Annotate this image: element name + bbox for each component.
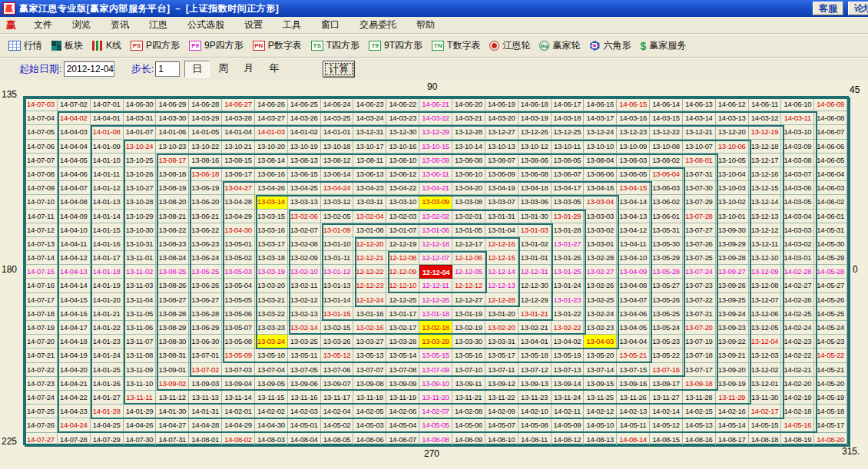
date-cell[interactable]: 14-06-17 <box>552 97 585 111</box>
date-cell[interactable]: 14-05-19 <box>814 391 847 405</box>
date-cell[interactable]: 13-08-21 <box>156 210 189 223</box>
date-cell[interactable]: 12-12-15 <box>485 251 518 265</box>
date-cell[interactable]: 13-08-12 <box>321 154 354 167</box>
date-cell[interactable]: 13-11-09 <box>124 363 157 377</box>
date-cell[interactable]: 13-10-13 <box>485 140 518 154</box>
date-cell[interactable]: 14-07-02 <box>58 97 91 111</box>
date-cell[interactable]: 13-12-13 <box>749 210 782 223</box>
date-cell[interactable]: 14-04-04 <box>58 140 91 154</box>
date-cell[interactable]: 14-04-30 <box>255 418 288 432</box>
date-cell[interactable]: 13-01-21 <box>518 307 552 321</box>
date-cell[interactable]: 13-07-02 <box>189 363 222 377</box>
date-cell[interactable]: 13-12-30 <box>386 125 419 139</box>
date-cell[interactable]: 13-04-02 <box>552 335 585 348</box>
date-cell[interactable]: 14-06-12 <box>716 97 749 111</box>
date-cell[interactable]: 13-02-12 <box>288 293 321 307</box>
date-cell[interactable]: 13-02-03 <box>386 210 419 223</box>
date-cell[interactable]: 13-09-15 <box>584 377 617 391</box>
date-cell[interactable]: 13-03-14 <box>255 195 288 209</box>
date-cell[interactable]: 13-10-26 <box>124 167 157 181</box>
date-cell[interactable]: 14-01-25 <box>91 363 124 377</box>
date-cell[interactable]: 13-03-26 <box>321 335 354 348</box>
date-cell[interactable]: 13-04-04 <box>617 335 650 348</box>
date-cell[interactable]: 14-07-20 <box>25 335 58 348</box>
date-cell[interactable]: 13-04-18 <box>518 181 552 195</box>
date-cell[interactable]: 13-10-06 <box>716 140 749 154</box>
date-cell[interactable]: 13-10-22 <box>189 140 222 154</box>
date-cell[interactable]: 13-01-08 <box>353 223 386 237</box>
date-cell[interactable]: 14-05-21 <box>814 363 847 377</box>
date-cell[interactable]: 13-08-24 <box>156 251 189 265</box>
date-cell[interactable]: 13-09-23 <box>716 321 749 335</box>
date-cell[interactable]: 13-08-10 <box>386 154 419 167</box>
date-cell[interactable]: 14-05-02 <box>321 418 354 432</box>
date-cell[interactable]: 13-12-16 <box>749 167 782 181</box>
date-cell[interactable]: 14-05-16 <box>781 418 814 432</box>
date-cell[interactable]: 13-04-26 <box>255 181 288 195</box>
date-cell[interactable]: 13-10-25 <box>124 154 157 167</box>
date-cell[interactable]: 13-11-25 <box>584 391 617 405</box>
date-cell[interactable]: 14-07-07 <box>25 154 58 167</box>
date-cell[interactable]: 13-07-11 <box>485 363 518 377</box>
date-cell[interactable]: 14-04-07 <box>58 181 91 195</box>
date-cell[interactable]: 13-04-27 <box>222 181 255 195</box>
date-cell[interactable]: 12-12-16 <box>485 237 518 251</box>
toolbar-行情[interactable]: 行情 <box>5 38 48 54</box>
date-cell[interactable]: 14-05-24 <box>814 321 847 335</box>
date-cell[interactable]: 13-03-27 <box>353 335 386 348</box>
date-cell[interactable]: 14-07-25 <box>25 405 58 418</box>
date-cell[interactable]: 14-05-29 <box>814 251 847 265</box>
date-cell[interactable]: 13-07-08 <box>386 363 419 377</box>
date-cell[interactable]: 13-07-07 <box>353 363 386 377</box>
date-cell[interactable]: 14-05-07 <box>485 418 518 432</box>
date-cell[interactable]: 13-08-07 <box>485 154 518 167</box>
date-cell[interactable]: 14-03-06 <box>781 181 814 195</box>
date-cell[interactable]: 13-05-04 <box>222 279 255 292</box>
date-cell[interactable]: 13-11-23 <box>518 391 552 405</box>
date-cell[interactable]: 13-12-14 <box>749 195 782 209</box>
date-cell[interactable]: 14-06-21 <box>419 97 452 111</box>
date-cell[interactable]: 13-08-17 <box>156 154 189 167</box>
date-cell[interactable]: 13-06-20 <box>189 195 222 209</box>
date-cell[interactable]: 14-06-27 <box>222 97 255 111</box>
date-cell[interactable]: 13-10-30 <box>124 223 157 237</box>
date-cell[interactable]: 14-02-28 <box>781 265 814 279</box>
date-cell[interactable]: 14-06-13 <box>683 97 716 111</box>
date-cell[interactable]: 14-02-23 <box>781 335 814 348</box>
date-cell[interactable]: 13-01-20 <box>485 307 518 321</box>
date-cell[interactable]: 14-04-02 <box>58 111 91 125</box>
date-cell[interactable]: 13-08-26 <box>156 279 189 292</box>
date-cell[interactable]: 14-04-27 <box>156 418 189 432</box>
unit-周[interactable]: 周 <box>211 61 235 78</box>
date-cell[interactable]: 13-09-04 <box>222 377 255 391</box>
date-cell[interactable]: 14-03-10 <box>781 125 814 139</box>
date-cell[interactable]: 13-02-18 <box>419 321 452 335</box>
date-cell[interactable]: 14-08-12 <box>552 433 585 447</box>
date-cell[interactable]: 14-02-01 <box>222 405 255 418</box>
date-cell[interactable]: 13-01-23 <box>552 293 585 307</box>
date-cell[interactable]: 13-03-28 <box>386 335 419 348</box>
date-cell[interactable]: 13-11-05 <box>124 307 157 321</box>
date-cell[interactable]: 12-12-06 <box>452 251 485 265</box>
date-cell[interactable]: 14-01-16 <box>91 237 124 251</box>
date-cell[interactable]: 13-11-01 <box>124 251 157 265</box>
date-cell[interactable]: 14-03-16 <box>617 111 650 125</box>
menu-item-交易委托[interactable]: 交易委托 <box>350 17 406 33</box>
date-cell[interactable]: 13-11-18 <box>353 391 386 405</box>
menu-item-江恩[interactable]: 江恩 <box>139 17 177 33</box>
menu-item-帮助[interactable]: 帮助 <box>406 17 445 33</box>
date-cell[interactable]: 13-09-21 <box>716 348 749 362</box>
date-cell[interactable]: 13-04-20 <box>452 181 485 195</box>
date-cell[interactable]: 14-01-19 <box>91 279 124 292</box>
date-cell[interactable]: 14-05-04 <box>386 418 419 432</box>
date-cell[interactable]: 14-07-03 <box>25 97 58 111</box>
date-cell[interactable]: 14-08-19 <box>781 433 814 447</box>
date-cell[interactable]: 13-10-08 <box>650 140 683 154</box>
date-cell[interactable]: 13-11-15 <box>255 391 288 405</box>
date-cell[interactable]: 14-06-26 <box>255 97 288 111</box>
date-cell[interactable]: 14-02-07 <box>419 405 452 418</box>
date-cell[interactable]: 14-06-04 <box>814 167 847 181</box>
date-cell[interactable]: 12-12-25 <box>386 293 419 307</box>
date-cell[interactable]: 13-01-09 <box>321 223 354 237</box>
date-cell[interactable]: 14-07-14 <box>25 251 58 265</box>
